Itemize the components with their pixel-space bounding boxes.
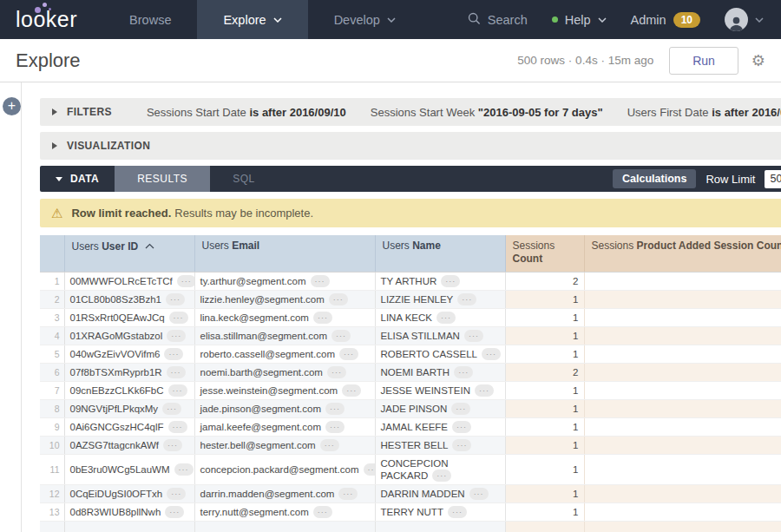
cell-menu-icon[interactable]: ···	[313, 312, 332, 324]
count-cell[interactable]: 1	[505, 436, 584, 454]
user-id-cell[interactable]: 0Ai6GNCGszHC4qlF···	[64, 417, 194, 436]
name-cell[interactable]: JESSE WEINSTEIN···	[375, 381, 505, 399]
cell-menu-icon[interactable]: ···	[329, 293, 348, 305]
name-cell[interactable]: ELISA STILLMAN···	[375, 326, 505, 345]
product-added-cell[interactable]: 1	[584, 326, 781, 345]
nav-item-develop[interactable]: Develop	[308, 0, 422, 39]
name-cell[interactable]: JAMAL KEEFE···	[375, 417, 505, 436]
count-cell[interactable]: 1	[505, 417, 584, 436]
column-header-count[interactable]: Sessions Count	[505, 235, 584, 272]
data-section-toggle[interactable]: DATA	[40, 166, 115, 192]
count-cell[interactable]: 2	[505, 363, 584, 381]
product-added-cell[interactable]: 2	[584, 363, 781, 381]
product-added-cell[interactable]: 2	[584, 272, 781, 290]
nav-admin[interactable]: Admin 10	[631, 12, 700, 28]
cell-menu-icon[interactable]: ···	[177, 275, 194, 287]
tab-sql[interactable]: SQL	[210, 166, 278, 192]
count-cell[interactable]: 2	[505, 272, 584, 290]
product-added-cell[interactable]: 1	[584, 454, 781, 484]
cell-menu-icon[interactable]: ···	[165, 506, 184, 518]
count-cell[interactable]: 1	[505, 399, 584, 417]
nav-search[interactable]: Search	[468, 12, 528, 28]
cell-menu-icon[interactable]: ···	[167, 488, 186, 500]
filter-item[interactable]: Users First Date is after 2016/09/10	[627, 106, 781, 119]
email-cell[interactable]: roberto.cassell@segment.com···	[194, 345, 375, 363]
product-added-cell[interactable]: 1	[584, 308, 781, 326]
filter-item[interactable]: Sessions Start Date is after 2016/09/10	[147, 106, 346, 119]
cell-menu-icon[interactable]: ···	[469, 488, 489, 500]
cell-menu-icon[interactable]: ···	[168, 384, 187, 397]
cell-menu-icon[interactable]: ···	[169, 312, 188, 324]
looker-logo[interactable]: looker	[0, 0, 103, 39]
email-cell[interactable]: lina.keck@segment.com···	[194, 308, 375, 326]
cell-menu-icon[interactable]: ···	[325, 421, 345, 433]
name-cell[interactable]: JADE PINSON···	[375, 399, 505, 417]
cell-menu-icon[interactable]: ···	[167, 366, 186, 378]
product-added-cell[interactable]: 0	[584, 399, 781, 417]
cell-menu-icon[interactable]: ···	[464, 330, 483, 342]
cell-menu-icon[interactable]: ···	[339, 348, 358, 360]
product-added-cell[interactable]: 0	[584, 290, 781, 308]
cell-menu-icon[interactable]: ···	[313, 506, 332, 518]
cell-menu-icon[interactable]: ···	[364, 463, 376, 476]
cell-menu-icon[interactable]: ···	[475, 384, 494, 397]
product-added-cell[interactable]: 1	[584, 484, 781, 502]
cell-menu-icon[interactable]: ···	[164, 348, 183, 360]
user-id-cell[interactable]: 040wGzEivVOVifm6···	[64, 345, 194, 363]
user-id-cell[interactable]: 01XRAGoMGstabzol···	[64, 326, 194, 345]
cell-menu-icon[interactable]: ···	[168, 421, 187, 433]
nav-account[interactable]	[725, 8, 764, 31]
user-id-cell[interactable]: 07f8bTSXmRyprb1R···	[64, 363, 194, 381]
user-id-cell[interactable]: 0AZSG7ttagcnkAWf···	[64, 436, 194, 454]
cell-menu-icon[interactable]: ···	[432, 470, 451, 482]
cell-menu-icon[interactable]: ···	[451, 403, 470, 415]
user-id-cell[interactable]: 09cnEBzzCLKk6FbC···	[64, 381, 194, 399]
cell-menu-icon[interactable]: ···	[452, 421, 471, 433]
cell-menu-icon[interactable]: ···	[174, 463, 194, 476]
nav-item-explore[interactable]: Explore	[197, 0, 307, 39]
email-cell[interactable]: noemi.barth@segment.com···	[194, 363, 375, 381]
gear-icon[interactable]: ⚙	[751, 51, 765, 70]
nav-help[interactable]: Help	[552, 13, 607, 27]
email-cell[interactable]: jesse.weinstein@segment.com···	[194, 381, 375, 399]
product-added-cell[interactable]: 0	[584, 502, 781, 521]
product-added-cell[interactable]: 0	[584, 436, 781, 454]
cell-menu-icon[interactable]: ···	[342, 384, 361, 397]
user-id-cell[interactable]: 09NGVtjPfLPkqxMy···	[64, 399, 194, 417]
count-cell[interactable]: 1	[505, 326, 584, 345]
cell-menu-icon[interactable]: ···	[457, 293, 476, 305]
count-cell[interactable]: 1	[505, 308, 584, 326]
user-id-cell[interactable]: 01RSxRrt0QEAwJCq···	[64, 308, 194, 326]
count-cell[interactable]: 1	[505, 381, 584, 399]
cell-menu-icon[interactable]: ···	[325, 403, 345, 415]
name-cell[interactable]: DARRIN MADDEN···	[375, 484, 505, 502]
column-header-user-id[interactable]: Users User ID	[64, 235, 194, 272]
cell-menu-icon[interactable]: ···	[482, 348, 501, 360]
email-cell[interactable]: concepcion.packard@segment.com···	[194, 454, 375, 484]
name-cell[interactable]: TERRY NUTT···	[375, 502, 505, 521]
count-cell[interactable]: 1	[505, 290, 584, 308]
product-added-cell[interactable]: 1	[584, 345, 781, 363]
name-cell[interactable]: LINA KECK···	[375, 308, 505, 326]
cell-menu-icon[interactable]: ···	[441, 275, 460, 287]
cell-menu-icon[interactable]: ···	[448, 506, 467, 518]
email-cell[interactable]: elisa.stillman@segment.com···	[194, 326, 375, 345]
cell-menu-icon[interactable]: ···	[338, 488, 358, 500]
name-cell[interactable]: TY ARTHUR···	[375, 272, 505, 290]
email-cell[interactable]: ty.arthur@segment.com···	[194, 272, 375, 290]
email-cell[interactable]: hester.bell@segment.com···	[194, 436, 375, 454]
product-added-cell[interactable]: 1	[584, 417, 781, 436]
email-cell[interactable]: jade.pinson@segment.com···	[194, 399, 375, 417]
calculations-button[interactable]: Calculations	[613, 169, 696, 188]
cell-menu-icon[interactable]: ···	[166, 293, 185, 305]
column-header-product-added[interactable]: Sessions Product Added Session Count	[584, 235, 781, 272]
name-cell[interactable]: HESTER BELL···	[375, 436, 505, 454]
cell-menu-icon[interactable]: ···	[436, 312, 456, 324]
user-id-cell[interactable]: 00MWWFOLRcETcTCf···	[64, 272, 194, 290]
name-cell[interactable]: ROBERTO CASSELL···	[375, 345, 505, 363]
user-id-cell[interactable]: 0bE3ru0WCg5LauWM···	[64, 454, 194, 484]
product-added-cell[interactable]: 1	[584, 381, 781, 399]
count-cell[interactable]: 1	[505, 345, 584, 363]
cell-menu-icon[interactable]: ···	[311, 275, 330, 287]
column-header-email[interactable]: Users Email	[194, 235, 375, 272]
